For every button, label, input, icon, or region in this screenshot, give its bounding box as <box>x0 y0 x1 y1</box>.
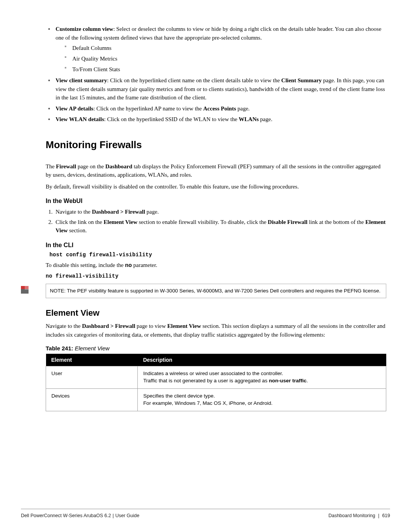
step-1: Navigate to the Dashboard > Firewall pag… <box>54 208 386 216</box>
webui-steps: Navigate to the Dashboard > Firewall pag… <box>46 208 386 235</box>
sub-bullet: Air Quality Metrics <box>62 54 386 63</box>
table-cell-element: User <box>46 366 138 389</box>
heading-in-cli: In the CLI <box>46 242 386 249</box>
bullet-label: View WLAN details <box>56 116 104 122</box>
table-cell-element: Devices <box>46 389 138 411</box>
bullet-customize: Customize column view: Select or deselec… <box>46 25 386 74</box>
bullet-label: View AP details <box>56 105 93 112</box>
step-2: Click the link on the Element View secti… <box>54 218 386 235</box>
table-caption: Table 241: Element View <box>46 345 386 351</box>
sub-bullet: Default Columns <box>62 43 386 53</box>
note-icon <box>21 286 29 294</box>
bullet-view-ap: View AP details: Click on the hyperlinke… <box>46 104 386 113</box>
bullet-view-client: View client summary: Click on the hyperl… <box>46 76 386 102</box>
sub-bullet: To/From Client Stats <box>62 65 386 74</box>
cli-command-1: host config firewall-visibility <box>49 252 386 258</box>
table-header-row: Element Description <box>46 354 386 366</box>
bullet-label: View client summary <box>56 77 107 83</box>
intro-paragraph-1: The Firewall page on the Dashboard tab d… <box>46 162 386 179</box>
sub-bullet-list: Default Columns Air Quality Metrics To/F… <box>62 43 386 74</box>
element-view-table: Element Description User Indicates a wir… <box>46 354 386 411</box>
footer-right: Dashboard Monitoring | 619 <box>328 513 390 518</box>
bullet-label: Customize column view <box>56 26 113 32</box>
footer-left: Dell PowerConnect W-Series ArubaOS 6.2|U… <box>21 513 139 518</box>
table-header-description: Description <box>138 354 386 366</box>
element-view-paragraph: Navigate to the Dashboard > Firewall pag… <box>46 322 386 339</box>
table-row: Devices Specifies the client device type… <box>46 389 386 411</box>
cli-command-2: no firewall-visibility <box>46 273 386 279</box>
table-cell-description: Indicates a wireless or wired user assoc… <box>138 366 386 389</box>
note-text: NOTE: The PEF visibility feature is supp… <box>46 284 386 298</box>
table-cell-description: Specifies the client device type. For ex… <box>138 389 386 411</box>
page-footer: Dell PowerConnect W-Series ArubaOS 6.2|U… <box>21 509 390 518</box>
top-bullet-list: Customize column view: Select or deselec… <box>46 25 386 124</box>
intro-paragraph-2: By default, firewall visibility is disab… <box>46 182 386 191</box>
table-header-element: Element <box>46 354 138 366</box>
bullet-view-wlan: View WLAN details: Click on the hyperlin… <box>46 115 386 124</box>
heading-element-view: Element View <box>46 308 386 318</box>
cli-disable-note: To disable this setting, include the no … <box>46 261 386 270</box>
table-row: User Indicates a wireless or wired user … <box>46 366 386 389</box>
heading-monitoring-firewalls: Monitoring Firewalls <box>46 139 386 151</box>
note-block: NOTE: The PEF visibility feature is supp… <box>21 284 386 298</box>
heading-in-webui: In the WebUI <box>46 198 386 204</box>
